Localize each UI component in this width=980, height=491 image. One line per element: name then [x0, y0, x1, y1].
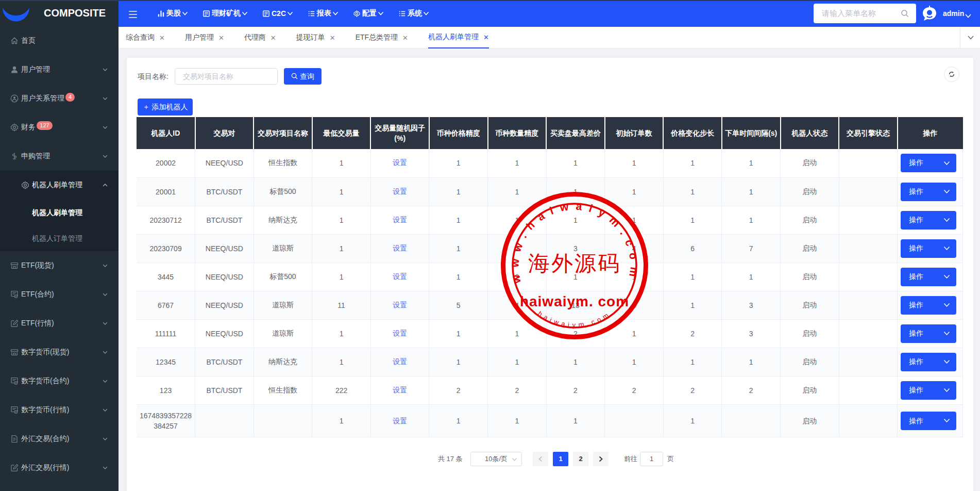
- svg-text:海外源码: 海外源码: [528, 252, 621, 275]
- svg-text:haiwaiym.com: haiwaiym.com: [536, 309, 612, 329]
- svg-text:haiwaiym. com: haiwaiym. com: [520, 293, 629, 309]
